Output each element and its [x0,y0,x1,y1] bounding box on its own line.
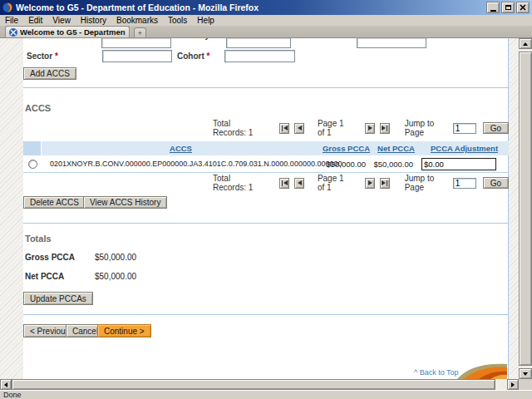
next-page-icon [368,126,372,131]
last-page-icon [387,180,387,186]
accs-section-heading: ACCS [25,103,51,113]
next-page-button[interactable] [365,123,375,134]
menu-view[interactable]: View [47,15,76,26]
pagination-bottom: Total Records: 1 Page 1 of 1 Jump to Pag… [23,176,509,190]
net-pcca-column-header[interactable]: Net PCCA [372,141,420,155]
sector-input[interactable] [102,50,172,62]
last-page-arrow-icon [382,180,386,185]
gross-pcca-column-header[interactable]: Gross PCCA [320,141,372,155]
cohort-input[interactable] [224,50,295,62]
menu-tools[interactable]: Tools [163,15,192,26]
restore-button[interactable] [501,2,515,13]
horizontal-scroll-thumb[interactable] [12,379,495,390]
section-separator [23,223,509,224]
jump-to-page-input[interactable] [453,178,476,189]
page-indicator: Page 1 of 1 [318,174,352,192]
total-records-label: Total Records: 1 [213,119,261,137]
cfda-input[interactable] [357,38,426,48]
sector-label: Sector * [27,52,58,61]
sector-label-text: Sector [27,52,52,61]
page-content: Fund Control Level Activity CFDA Sector … [23,38,509,379]
tab-active[interactable]: Welcome to G5 - Department of Edu... [5,26,130,37]
pcca-adjustment-input[interactable] [421,158,496,170]
last-page-button[interactable] [380,178,390,189]
last-page-button[interactable] [380,123,390,134]
first-page-button[interactable] [279,178,289,189]
menu-bookmarks[interactable]: Bookmarks [111,15,163,26]
restore-icon [505,5,511,10]
menu-edit[interactable]: Edit [23,15,47,26]
jump-to-page-input[interactable] [453,123,476,134]
next-page-icon [368,180,372,185]
accs-column-header[interactable]: ACCS [42,141,320,155]
view-accs-history-button[interactable]: View ACCS History [83,196,167,209]
title-bar: Welcome to G5 - Department of Education … [0,0,532,15]
close-button[interactable] [516,2,530,13]
menu-help[interactable]: Help [192,15,219,26]
update-pccas-button[interactable]: Update PCCAs [23,292,93,305]
pagination-top: Total Records: 1 Page 1 of 1 Jump to Pag… [23,121,509,135]
scroll-right-button[interactable] [507,379,519,390]
previous-page-icon [298,126,302,131]
scroll-up-button[interactable] [519,38,532,49]
table-row: 0201XNOYR.B.CONV.000000.EP000000.JA3.410… [23,155,509,173]
menu-file[interactable]: File [0,15,23,26]
vertical-scrollbar[interactable] [519,38,532,379]
activity-input[interactable] [226,38,291,48]
arrow-left-icon [4,382,7,387]
minimize-button[interactable] [486,2,500,13]
previous-page-icon [298,180,302,185]
first-page-icon [282,126,283,131]
previous-page-button[interactable] [294,178,304,189]
net-pcca-total-label: Net PCCA [25,272,64,281]
back-to-top-link[interactable]: ^ Back to Top [414,368,459,377]
fund-control-level-input[interactable] [101,38,171,48]
cohort-label-text: Cohort [177,52,204,61]
page-indicator: Page 1 of 1 [318,119,352,137]
jump-to-page-label: Jump to Page [405,174,446,192]
row-select-cell [23,155,42,172]
status-bar: Done [0,390,532,399]
previous-page-button[interactable] [294,123,304,134]
page-viewport: Fund Control Level Activity CFDA Sector … [0,38,519,379]
status-text: Done [3,391,22,399]
first-page-icon [282,180,283,186]
cohort-required-marker: * [207,52,210,61]
first-page-arrow-icon [283,126,288,131]
site-favicon-icon [9,28,17,37]
footer-swoosh-graphic [457,361,507,379]
arrow-down-icon [523,372,528,376]
cfda-label: CFDA [309,38,332,40]
tab-label: Welcome to G5 - Department of Edu... [20,27,126,37]
row-radio-button[interactable] [28,160,37,169]
net-pcca-cell: $50,000.00 [372,155,420,172]
delete-accs-button[interactable]: Delete ACCS [23,196,86,209]
menu-bar: File Edit View History Bookmarks Tools H… [0,15,532,26]
select-column-header [23,141,42,155]
pcca-adjustment-cell [420,155,509,172]
total-records-label: Total Records: 1 [213,174,261,192]
menu-history[interactable]: History [76,15,111,26]
close-icon [520,4,526,11]
add-accs-button[interactable]: Add ACCS [23,67,76,80]
vertical-scroll-thumb[interactable] [519,52,532,366]
gross-pcca-cell: $50,000.00 [320,155,372,172]
firefox-icon [2,2,12,12]
section-separator [23,314,509,315]
sector-required-marker: * [55,52,58,61]
cohort-label: Cohort * [177,52,209,61]
new-tab-button[interactable]: + [134,27,146,37]
go-button[interactable]: Go [483,122,509,134]
next-page-button[interactable] [365,178,375,189]
tab-bar: Welcome to G5 - Department of Edu... + [0,26,532,38]
gross-pcca-total-label: Gross PCCA [25,253,75,262]
arrow-up-icon [523,42,528,46]
continue-button[interactable]: Continue > [97,324,151,337]
pcca-adjustment-column-header[interactable]: PCCA Adjustment [420,141,509,155]
window-title: Welcome to G5 - Department of Education … [16,2,486,12]
go-button[interactable]: Go [483,177,509,189]
scroll-down-button[interactable] [519,368,532,379]
horizontal-scrollbar[interactable] [0,379,519,390]
first-page-button[interactable] [279,123,289,134]
scroll-left-button[interactable] [0,379,12,390]
